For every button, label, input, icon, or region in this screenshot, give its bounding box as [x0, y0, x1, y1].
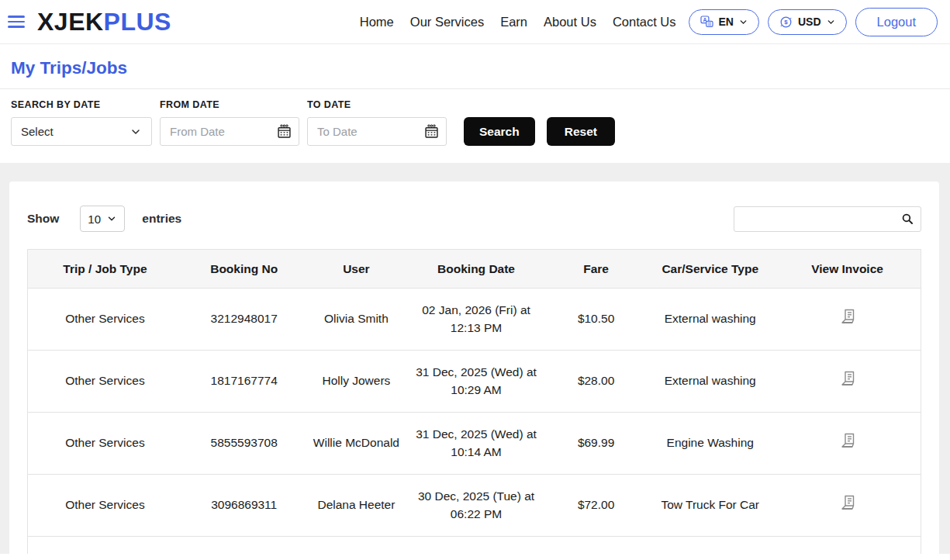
currency-value: USD [798, 16, 821, 28]
cell-user: Olivia Smith [306, 289, 407, 351]
hamburger-menu-icon[interactable] [8, 16, 26, 28]
chevron-down-icon [738, 17, 748, 27]
entries-select[interactable]: 10 [80, 206, 125, 232]
cell-car-service-type: Engine Washing [646, 413, 774, 475]
search-by-date-value: Select [21, 125, 54, 138]
cell-booking-date: 31 Dec, 2025 (Wed) at 10:29 AM [406, 351, 545, 413]
view-invoice-button[interactable] [838, 493, 857, 512]
cell-user: Delana Heeter [306, 475, 407, 537]
page-title: My Trips/Jobs [11, 58, 939, 78]
col-car-service-type: Car/Service Type [646, 250, 774, 289]
currency-selector[interactable]: $ USD [768, 9, 847, 35]
entries-label: entries [142, 212, 181, 226]
invoice-receipt-icon [838, 307, 857, 326]
svg-text:$: $ [784, 19, 788, 26]
cell-fare: $10.50 [546, 289, 647, 351]
table-row: Other Services 5855593708 Willie McDonal… [28, 413, 921, 475]
main-nav: Home Our Services Earn About Us Contact … [360, 15, 676, 29]
search-by-date-field: SEARCH BY DATE Select [11, 99, 152, 146]
table-row: Other Services 3212948017 Olivia Smith 0… [28, 289, 921, 351]
translate-icon: A [700, 15, 714, 29]
chevron-down-icon [130, 126, 142, 138]
cell-trip-job-type: Other Services [28, 351, 182, 413]
col-fare: Fare [546, 250, 647, 289]
cell-booking-date: 02 Jan, 2026 (Fri) at 12:13 PM [406, 289, 545, 351]
nav-item-contact-us[interactable]: Contact Us [613, 15, 676, 29]
top-navbar: XJEKPLUS Home Our Services Earn About Us… [0, 0, 950, 44]
page-title-section: My Trips/Jobs [0, 44, 950, 88]
nav-item-earn[interactable]: Earn [500, 15, 527, 29]
to-date-field: TO DATE [307, 99, 447, 146]
calendar-icon[interactable] [276, 123, 292, 140]
col-view-invoice: View Invoice [774, 250, 921, 289]
table-header-row: Trip / Job Type Booking No User Booking … [28, 250, 921, 289]
cell-booking-date: 31 Dec, 2025 (Wed) at 10:14 AM [406, 413, 545, 475]
col-booking-date: Booking Date [406, 250, 545, 289]
cell-user: Willie McDonald [306, 413, 407, 475]
search-button[interactable]: Search [464, 117, 535, 146]
logout-button[interactable]: Logout [855, 8, 938, 36]
app-logo[interactable]: XJEKPLUS [37, 8, 171, 36]
cell-car-service-type: Tow Truck For Car [646, 475, 774, 537]
cell-view-invoice [774, 413, 921, 475]
table-row: Other Services 3096869311 Delana Heeter … [28, 475, 921, 537]
cell-booking-no: 1817167774 [182, 351, 306, 413]
cell-fare: $28.00 [546, 351, 647, 413]
logo-text-black: XJEK [37, 8, 104, 36]
entries-value: 10 [88, 213, 101, 226]
cell-booking-date: 30 Dec, 2025 (Tue) at 06:22 PM [406, 475, 545, 537]
cell-view-invoice [774, 475, 921, 537]
to-date-label: TO DATE [307, 99, 447, 110]
table-row: Other Services 1817167774 Holly Jowers 3… [28, 351, 921, 413]
view-invoice-button[interactable] [838, 369, 857, 388]
nav-item-about-us[interactable]: About Us [544, 15, 596, 29]
col-trip-job-type: Trip / Job Type [28, 250, 182, 289]
col-booking-no: Booking No [182, 250, 306, 289]
entries-control: Show 10 entries [27, 206, 181, 232]
content-area: Show 10 entries [0, 163, 950, 554]
calendar-icon[interactable] [423, 123, 440, 140]
invoice-receipt-icon [838, 493, 857, 512]
nav-item-home[interactable]: Home [360, 15, 394, 29]
cell-trip-job-type: Other Services [28, 475, 182, 537]
filter-bar: SEARCH BY DATE Select FROM DATE [0, 89, 950, 163]
view-invoice-button[interactable] [838, 431, 857, 450]
reset-button[interactable]: Reset [547, 117, 615, 146]
language-value: EN [719, 16, 734, 28]
col-user: User [306, 250, 407, 289]
logo-text-blue: PLUS [104, 8, 171, 36]
chevron-down-icon [826, 17, 836, 27]
cell-car-service-type: External washing [646, 351, 774, 413]
language-selector[interactable]: A EN [689, 9, 759, 35]
trips-table: Trip / Job Type Booking No User Booking … [27, 249, 921, 554]
table-search-input[interactable] [734, 206, 921, 232]
cell-view-invoice [774, 351, 921, 413]
nav-item-our-services[interactable]: Our Services [410, 15, 484, 29]
search-by-date-label: SEARCH BY DATE [11, 99, 152, 110]
cell-fare: $69.99 [546, 413, 647, 475]
invoice-receipt-icon [838, 369, 857, 388]
cell-booking-no: 3212948017 [182, 289, 306, 351]
table-controls: Show 10 entries [27, 206, 921, 232]
search-by-date-select[interactable]: Select [11, 117, 152, 146]
trips-table-body: Other Services 3212948017 Olivia Smith 0… [28, 289, 921, 537]
from-date-field: FROM DATE [160, 99, 299, 146]
cell-user: Holly Jowers [306, 351, 407, 413]
invoice-receipt-icon [838, 431, 857, 450]
from-date-label: FROM DATE [160, 99, 299, 110]
partial-row [28, 537, 921, 555]
header-actions: A EN $ USD Logout [689, 8, 938, 36]
cell-view-invoice [774, 289, 921, 351]
chevron-down-icon [106, 213, 117, 224]
cell-car-service-type: External washing [646, 289, 774, 351]
cell-trip-job-type: Other Services [28, 289, 182, 351]
show-label: Show [27, 212, 59, 226]
cell-booking-no: 5855593708 [182, 413, 306, 475]
cell-fare: $72.00 [546, 475, 647, 537]
trips-card: Show 10 entries [9, 181, 939, 554]
currency-exchange-icon: $ [779, 15, 793, 29]
cell-booking-no: 3096869311 [182, 475, 306, 537]
view-invoice-button[interactable] [838, 307, 857, 326]
search-icon[interactable] [900, 212, 915, 226]
cell-trip-job-type: Other Services [28, 413, 182, 475]
